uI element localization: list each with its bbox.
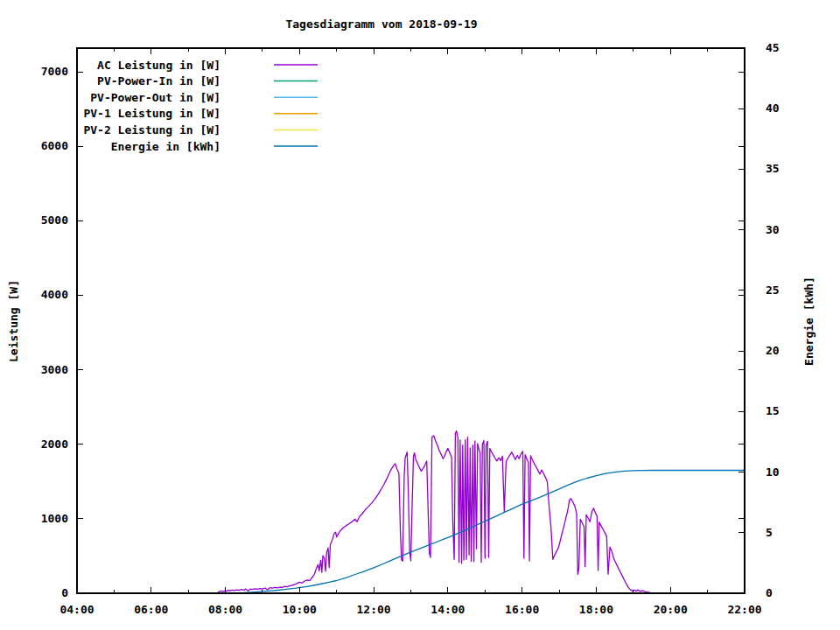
series-line-energie-in-kwh — [229, 471, 745, 594]
chart-title: Tagesdiagramm vom 2018-09-19 — [285, 18, 477, 31]
y-right-tick-label: 15 — [766, 404, 780, 417]
y-left-tick-label: 7000 — [41, 65, 68, 78]
chart-generated-layer: 04:0006:0008:0010:0012:0014:0016:0018:00… — [41, 41, 780, 616]
legend-label: PV-Power-Out in [W] — [90, 91, 220, 104]
x-tick-label: 18:00 — [579, 603, 613, 616]
y-axis-label-right: Energie [kWh] — [802, 276, 816, 366]
y-right-tick-label: 10 — [766, 466, 780, 479]
y-right-tick-label: 35 — [766, 162, 780, 175]
x-tick-label: 10:00 — [283, 603, 317, 616]
y-left-tick-label: 2000 — [41, 438, 68, 451]
legend-label: AC Leistung in [W] — [97, 59, 220, 72]
y-left-tick-label: 6000 — [41, 139, 68, 152]
legend-label: Energie in [kWh] — [111, 140, 220, 153]
y-axis-label-left: Leistung [W] — [7, 280, 20, 362]
y-left-tick-label: 5000 — [41, 214, 68, 227]
x-tick-label: 12:00 — [357, 603, 391, 616]
y-right-tick-label: 5 — [766, 526, 773, 539]
x-tick-label: 08:00 — [208, 603, 242, 616]
series-line-ac-leistung-in-w — [217, 430, 653, 593]
y-right-tick-label: 20 — [766, 344, 780, 357]
y-right-tick-label: 0 — [766, 586, 773, 599]
y-right-tick-label: 30 — [766, 223, 780, 236]
x-tick-label: 06:00 — [134, 603, 168, 616]
y-right-tick-label: 25 — [766, 284, 780, 297]
legend-label: PV-Power-In in [W] — [97, 74, 220, 88]
y-left-tick-label: 4000 — [41, 288, 68, 301]
y-left-tick-label: 1000 — [41, 512, 68, 525]
legend-label: PV-1 Leistung in [W] — [83, 107, 220, 120]
chart-svg: Tagesdiagramm vom 2018-09-19 Leistung [W… — [0, 0, 840, 630]
x-tick-label: 14:00 — [430, 603, 465, 616]
x-tick-label: 04:00 — [60, 603, 94, 616]
y-right-tick-label: 45 — [766, 41, 780, 54]
plot-canvas: Tagesdiagramm vom 2018-09-19 Leistung [W… — [0, 0, 840, 630]
x-tick-label: 16:00 — [505, 603, 539, 616]
y-right-tick-label: 40 — [766, 102, 780, 115]
y-left-tick-label: 3000 — [41, 363, 68, 376]
legend-label: PV-2 Leistung in [W] — [83, 123, 220, 136]
x-tick-label: 20:00 — [654, 603, 688, 616]
y-left-tick-label: 0 — [61, 586, 68, 599]
x-tick-label: 22:00 — [727, 603, 761, 616]
